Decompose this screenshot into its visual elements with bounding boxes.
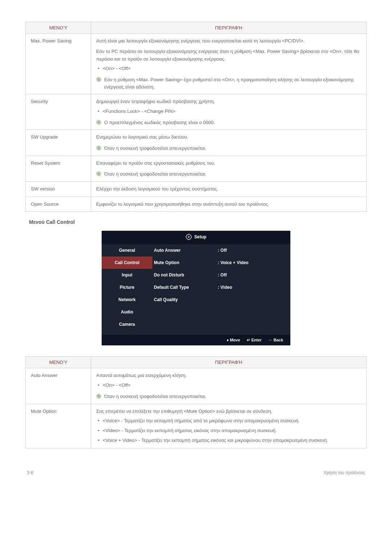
menu-desc: Ενημερώνει το λογισμικό σας μέσω δικτύου… (91, 130, 367, 156)
col-menu: ΜΕΝΟΎ (26, 357, 91, 368)
note-text: Όταν η συσκευή τροφοδοτείται απενεργοποι… (104, 394, 206, 399)
menu-name: Reset System (26, 156, 91, 181)
note-item: Εάν η ρύθμιση <Max. Power Saving> έχει ρ… (96, 76, 361, 90)
table-row: Security Δημιουργεί έναν τετραψήφιο κωδι… (26, 94, 367, 130)
setup-dialog: Setup General Call Control Input Picture… (102, 231, 290, 345)
footer-right: Χρήση του προϊόντος (324, 470, 365, 475)
setting-label: Do not Disturb (152, 272, 218, 278)
setup-header: Setup (102, 231, 290, 244)
table-row: Reset System Επαναφέρει το προϊόν στις ε… (26, 156, 367, 181)
table-row: SW version Ελέγχει την έκδοση λογισμικού… (26, 181, 367, 197)
desc-text: Σας επιτρέπει να επιλέξετε την επιθυμητή… (96, 408, 361, 415)
setup-row[interactable]: Call Quality (152, 294, 290, 306)
col-menu: ΜΕΝΟΎ (26, 22, 91, 34)
menu-name: Open Source (26, 197, 91, 212)
note-text: Ο προεπιλεγμένος κωδικός πρόσβασης είναι… (104, 120, 215, 125)
nav-network[interactable]: Network (102, 294, 152, 306)
setup-row[interactable]: Auto Answer : Off (152, 244, 290, 257)
desc-text: Ενημερώνει το λογισμικό σας μέσω δικτύου… (96, 134, 361, 141)
note-icon (96, 77, 101, 82)
menu-desc: Ελέγχει την έκδοση λογισμικού του τρέχον… (91, 181, 367, 197)
bullet-item: <Functions Lock> - <Change PIN> (96, 108, 361, 115)
setup-row[interactable]: Mute Option : Voice + Video (152, 257, 290, 269)
setting-value: : Off (218, 272, 227, 278)
desc-text: Επαναφέρει το προϊόν στις εργοστασιακές … (96, 160, 361, 167)
nav-input[interactable]: Input (102, 269, 152, 281)
menu-desc: Επαναφέρει το προϊόν στις εργοστασιακές … (91, 156, 367, 181)
note-item: Ο προεπιλεγμένος κωδικός πρόσβασης είναι… (96, 119, 361, 126)
setting-label: Mute Option (152, 260, 218, 265)
setup-content: Auto Answer : Off Mute Option : Voice + … (152, 244, 290, 335)
note-text: Όταν η συσκευή τροφοδοτείται απενεργοποι… (104, 145, 206, 151)
svg-point-9 (188, 236, 190, 238)
page-footer: 3-8 Χρήση του προϊόντος (25, 470, 367, 475)
gear-icon (185, 234, 192, 240)
menu-desc: Απαντά αυτομάτως μια εισερχόμενη κλήση. … (91, 368, 367, 404)
menu-name: Security (26, 94, 91, 130)
setting-value: : Voice + Video (218, 260, 249, 265)
note-icon (96, 120, 101, 125)
desc-text: Αυτή είναι μια λειτουργία εξοικονόμησης … (96, 37, 361, 45)
col-desc: ΠΕΡΙΓΡΑΦΉ (91, 357, 367, 368)
menu-table-2: ΜΕΝΟΎ ΠΕΡΙΓΡΑΦΉ Auto Answer Απαντά αυτομ… (25, 356, 367, 448)
note-icon (96, 171, 101, 176)
table-row: Mute Option Σας επιτρέπει να επιλέξετε τ… (26, 404, 367, 448)
note-text: Εάν η ρύθμιση <Max. Power Saving> έχει ρ… (104, 77, 354, 90)
bullet-item: <Voice> - Τερματίζει την εκπομπή σήματος… (96, 417, 361, 425)
bullet-item: <Video> - Τερματίζει την εκπομπή σήματος… (96, 427, 361, 435)
table-row: Open Source Εμφανίζει το λογισμικό που χ… (26, 197, 367, 212)
nav-picture[interactable]: Picture (102, 281, 152, 294)
setting-label: Default Call Type (152, 285, 218, 290)
nav-audio[interactable]: Audio (102, 306, 152, 318)
note-item: Όταν η συσκευή τροφοδοτείται απενεργοποι… (96, 171, 361, 178)
table-row: Auto Answer Απαντά αυτομάτως μια εισερχό… (26, 368, 367, 404)
table-row: SW Upgrade Ενημερώνει το λογισμικό σας μ… (26, 130, 367, 156)
note-item: Όταν η συσκευή τροφοδοτείται απενεργοποι… (96, 145, 361, 152)
note-icon (96, 145, 101, 151)
desc-text: Εάν το PC περάσει σε λειτουργία εξοικονό… (96, 48, 361, 63)
setting-value: : Video (218, 285, 232, 290)
bullet-item: <On> - <Off> (96, 382, 361, 389)
setup-row[interactable]: Default Call Type : Video (152, 281, 290, 294)
desc-text: Δημιουργεί έναν τετραψήφιο κωδικό πρόσβα… (96, 98, 361, 106)
hint-back: ← Back (269, 338, 283, 342)
bullet-item: <Voice + Video> - Τερματίζει την εκπομπή… (96, 437, 361, 444)
note-icon (96, 394, 101, 399)
bullet-item: <On> - <Off> (96, 65, 361, 73)
setting-label: Call Quality (152, 297, 218, 302)
setup-footer: ♦ Move ↵ Enter ← Back (102, 335, 290, 345)
menu-desc: Αυτή είναι μια λειτουργία εξοικονόμησης … (91, 34, 367, 94)
table-row: Max. Power Saving Αυτή είναι μια λειτουρ… (26, 34, 367, 94)
menu-table-1: ΜΕΝΟΎ ΠΕΡΙΓΡΑΦΉ Max. Power Saving Αυτή ε… (25, 22, 367, 212)
setting-label: Auto Answer (152, 248, 218, 253)
menu-name: SW version (26, 181, 91, 197)
menu-name: SW Upgrade (26, 130, 91, 156)
nav-call-control[interactable]: Call Control (102, 257, 152, 269)
hint-move: ♦ Move (227, 338, 240, 342)
menu-name: Max. Power Saving (26, 34, 91, 94)
menu-name: Mute Option (26, 404, 91, 448)
setup-row[interactable]: Do not Disturb : Off (152, 269, 290, 281)
nav-camera[interactable]: Camera (102, 318, 152, 331)
section-title: Μενού Call Control (29, 219, 367, 225)
hint-enter: ↵ Enter (247, 338, 261, 342)
setup-nav: General Call Control Input Picture Netwo… (102, 244, 152, 335)
note-text: Όταν η συσκευή τροφοδοτείται απενεργοποι… (104, 171, 206, 177)
setup-title: Setup (194, 234, 206, 239)
setting-value: : Off (218, 248, 227, 253)
menu-desc: Σας επιτρέπει να επιλέξετε την επιθυμητή… (91, 404, 367, 448)
nav-general[interactable]: General (102, 244, 152, 257)
note-item: Όταν η συσκευή τροφοδοτείται απενεργοποι… (96, 393, 361, 400)
menu-desc: Εμφανίζει το λογισμικό που χρησιμοποιήθη… (91, 197, 367, 212)
menu-name: Auto Answer (26, 368, 91, 404)
desc-text: Απαντά αυτομάτως μια εισερχόμενη κλήση. (96, 372, 361, 379)
menu-desc: Δημιουργεί έναν τετραψήφιο κωδικό πρόσβα… (91, 94, 367, 130)
col-desc: ΠΕΡΙΓΡΑΦΉ (91, 22, 367, 34)
page-number: 3-8 (27, 470, 33, 475)
